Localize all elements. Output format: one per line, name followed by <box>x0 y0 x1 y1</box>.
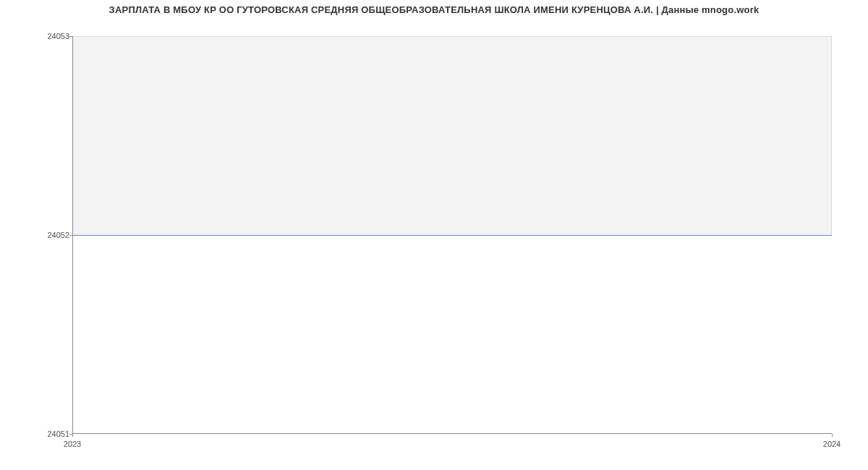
area-fill <box>73 36 832 235</box>
x-tick-label: 2024 <box>823 440 841 448</box>
plot-area <box>72 36 832 434</box>
y-tick-label: 24051 <box>33 430 69 438</box>
chart-container: ЗАРПЛАТА В МБОУ КР ОО ГУТОРОВСКАЯ СРЕДНЯ… <box>0 0 868 470</box>
x-tick-mark <box>72 434 73 437</box>
y-tick-label: 24053 <box>33 32 69 40</box>
x-tick-mark <box>832 434 833 437</box>
data-line <box>73 235 832 236</box>
chart-title: ЗАРПЛАТА В МБОУ КР ОО ГУТОРОВСКАЯ СРЕДНЯ… <box>0 4 868 15</box>
y-tick-label: 24052 <box>33 231 69 239</box>
x-tick-label: 2023 <box>64 440 81 448</box>
